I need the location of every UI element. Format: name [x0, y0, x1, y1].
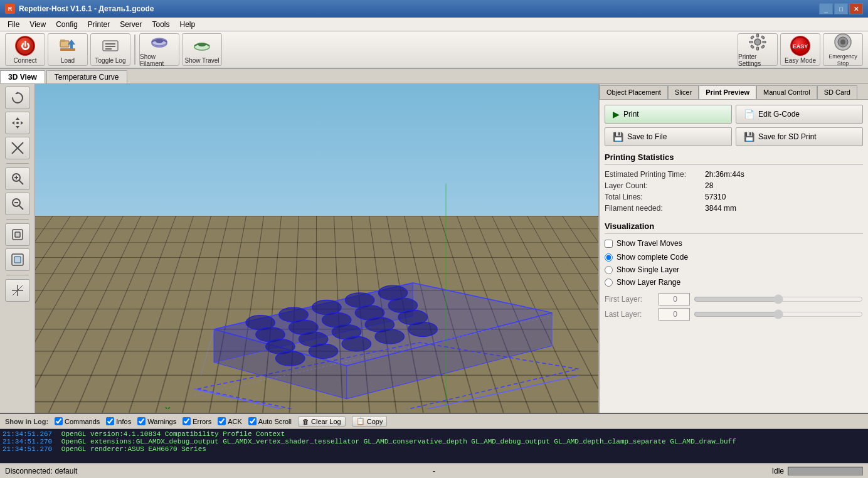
window-controls[interactable]: _ □ ✕	[819, 3, 863, 14]
svg-marker-31	[16, 117, 19, 120]
tab-tempcurve[interactable]: Temperature Curve	[46, 70, 127, 83]
stat-label-lines: Total Lines:	[605, 193, 705, 201]
menu-file[interactable]: File	[3, 18, 24, 31]
first-layer-input[interactable]	[659, 293, 690, 305]
log-filter-ack[interactable]: ACK	[218, 417, 242, 425]
right-content: ▶ Print 📄 Edit G-Code 💾 Save to File 💾 S…	[600, 100, 868, 413]
stat-label-time: Estimated Printing Time:	[605, 170, 705, 179]
commands-checkbox[interactable]	[55, 417, 63, 425]
easymode-icon: EASY	[790, 36, 810, 56]
layer-range-radio[interactable]	[605, 279, 613, 287]
tab-manualcontrol[interactable]: Manual Control	[756, 85, 817, 99]
log-filter-autoscroll[interactable]: Auto Scroll	[248, 417, 292, 425]
single-layer-label[interactable]: Show Single Layer	[617, 265, 679, 274]
easymode-button[interactable]: EASY Easy Mode	[780, 33, 820, 66]
menu-printer[interactable]: Printer	[83, 18, 115, 31]
print-button[interactable]: ▶ Print	[605, 105, 732, 124]
autoscroll-checkbox[interactable]	[248, 417, 257, 425]
last-layer-slider[interactable]	[694, 309, 863, 319]
ack-checkbox[interactable]	[218, 417, 226, 425]
log-filter-warnings[interactable]: Warnings	[137, 417, 176, 425]
stats-section: Printing Statistics Estimated Printing T…	[605, 152, 863, 214]
savetofile-button[interactable]: 💾 Save to File	[605, 127, 732, 146]
maximize-button[interactable]: □	[834, 3, 848, 14]
show-travel-label[interactable]: Show Travel Moves	[617, 239, 682, 248]
load-button[interactable]: Load	[48, 33, 88, 66]
infos-checkbox[interactable]	[106, 417, 114, 425]
printersettings-button[interactable]: Printer Settings	[738, 33, 778, 66]
first-layer-label: First Layer:	[605, 295, 655, 304]
svg-rect-46	[15, 232, 20, 237]
log-filter-infos[interactable]: Infos	[106, 417, 131, 425]
menu-tools[interactable]: Tools	[147, 18, 175, 31]
menu-view[interactable]: View	[24, 18, 51, 31]
tab-slicer[interactable]: Slicer	[668, 85, 699, 99]
radio-layer-range: Show Layer Range	[605, 278, 863, 287]
saveforsd-button[interactable]: 💾 Save for SD Print	[736, 127, 863, 146]
editgcode-button[interactable]: 📄 Edit G-Code	[736, 105, 863, 124]
crosshair-tool[interactable]	[5, 279, 30, 302]
close-button[interactable]: ✕	[849, 3, 863, 14]
svg-point-80	[275, 351, 304, 366]
svg-marker-33	[12, 121, 14, 125]
showfilament-button[interactable]: Show Filament	[139, 33, 179, 66]
tab-objectplacement[interactable]: Object Placement	[600, 85, 668, 99]
trash-icon: 🗑	[302, 418, 309, 425]
log-filter-errors[interactable]: Errors	[183, 417, 211, 425]
last-layer-control: Last Layer:	[605, 308, 863, 321]
menu-config[interactable]: Config	[51, 18, 83, 31]
tab-3dview[interactable]: 3D View	[0, 70, 45, 83]
menu-server[interactable]: Server	[115, 18, 147, 31]
svg-point-29	[840, 40, 845, 45]
warnings-checkbox[interactable]	[137, 417, 146, 425]
show-travel-checkbox[interactable]	[605, 240, 613, 248]
svg-point-81	[309, 344, 337, 358]
showfilament-label: Show Filament	[140, 53, 179, 67]
log-text-1: OpenGL version:4.1.10834 Compatibility P…	[61, 430, 285, 438]
svg-rect-23	[751, 45, 754, 49]
editgcode-icon: 📄	[744, 109, 754, 119]
perspective-tool[interactable]	[5, 223, 30, 246]
connect-button[interactable]: ⏻ Connect	[5, 33, 45, 66]
svg-rect-18	[757, 47, 759, 50]
autoscroll-label: Auto Scroll	[258, 418, 292, 425]
last-layer-input[interactable]	[659, 308, 690, 321]
menu-help[interactable]: Help	[175, 18, 201, 31]
left-sep-3	[6, 275, 29, 275]
tab-printpreview[interactable]: Print Preview	[699, 85, 756, 99]
svg-point-35	[16, 122, 19, 124]
togglelog-button[interactable]: Toggle Log	[90, 33, 130, 66]
3d-view-canvas[interactable]: X Y Z	[35, 84, 598, 413]
orthographic-tool[interactable]	[5, 248, 30, 271]
complete-code-label[interactable]: Show complete Code	[617, 253, 688, 262]
log-area: Show in Log: Commands Infos Warnings Err…	[0, 413, 868, 463]
copy-log-button[interactable]: 📋 Copy	[352, 416, 388, 427]
togglelog-label: Toggle Log	[95, 57, 126, 64]
layer-range-label[interactable]: Show Layer Range	[617, 278, 680, 287]
move-tool[interactable]	[5, 112, 30, 134]
printersettings-icon	[748, 32, 768, 52]
log-filter-commands[interactable]: Commands	[55, 417, 100, 425]
status-idle: Idle	[772, 467, 784, 475]
errors-checkbox[interactable]	[183, 417, 191, 425]
complete-code-radio[interactable]	[605, 253, 613, 262]
single-layer-radio[interactable]	[605, 266, 613, 274]
status-progress-bar	[788, 467, 863, 475]
emergencystop-button[interactable]: Emergency Stop	[823, 33, 863, 66]
viz-title: Visualization	[605, 221, 863, 234]
stat-row-lines: Total Lines: 57310	[605, 191, 863, 203]
first-layer-slider[interactable]	[694, 294, 863, 304]
zoom-area-tool[interactable]	[5, 137, 30, 159]
showtravel-button[interactable]: Show Travel	[182, 33, 222, 66]
log-content[interactable]: 21:34:51.267 OpenGL version:4.1.10834 Co…	[0, 429, 868, 463]
rotate-tool[interactable]	[5, 87, 30, 109]
minimize-button[interactable]: _	[819, 3, 833, 14]
zoom-out-tool[interactable]	[5, 193, 30, 215]
clear-log-button[interactable]: 🗑 Clear Log	[298, 417, 346, 427]
print-icon: ▶	[613, 109, 620, 119]
clear-log-label: Clear Log	[311, 418, 341, 425]
stat-label-filament: Filament needed:	[605, 204, 705, 213]
savetofile-icon: 💾	[613, 132, 623, 142]
tab-sdcard[interactable]: SD Card	[817, 85, 857, 99]
zoom-in-tool[interactable]	[5, 167, 30, 190]
